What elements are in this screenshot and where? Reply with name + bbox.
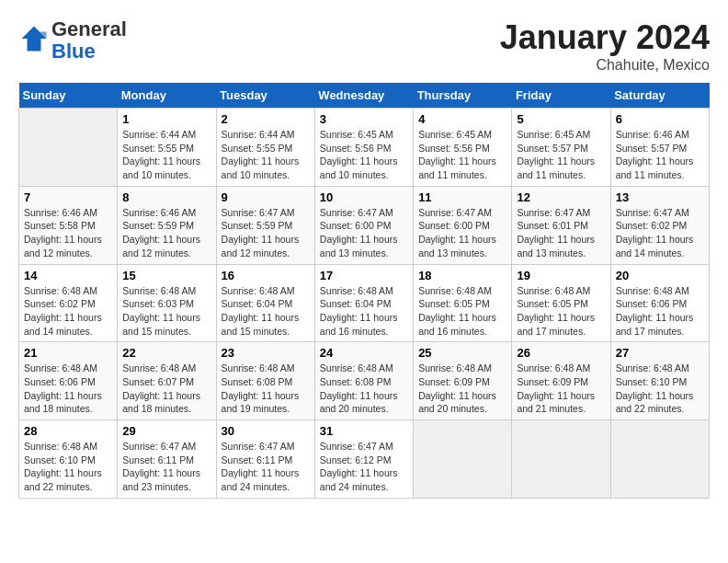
- day-number: 11: [418, 190, 506, 204]
- day-info: Sunrise: 6:44 AMSunset: 5:55 PMDaylight:…: [222, 128, 310, 182]
- day-info: Sunrise: 6:48 AMSunset: 6:05 PMDaylight:…: [418, 284, 506, 339]
- day-number: 4: [418, 112, 506, 126]
- day-info: Sunrise: 6:48 AMSunset: 6:10 PMDaylight:…: [24, 440, 112, 494]
- day-number: 19: [517, 269, 605, 282]
- day-info: Sunrise: 6:48 AMSunset: 6:09 PMDaylight:…: [418, 362, 506, 416]
- day-cell: 11Sunrise: 6:47 AMSunset: 6:00 PMDayligh…: [414, 186, 512, 264]
- weekday-header-monday: Monday: [118, 83, 216, 109]
- day-cell: 8Sunrise: 6:46 AMSunset: 5:59 PMDaylight…: [118, 186, 216, 264]
- day-info: Sunrise: 6:48 AMSunset: 6:05 PMDaylight:…: [517, 284, 605, 339]
- day-info: Sunrise: 6:48 AMSunset: 6:06 PMDaylight:…: [24, 362, 112, 416]
- day-number: 8: [122, 190, 210, 204]
- day-cell: 18Sunrise: 6:48 AMSunset: 6:05 PMDayligh…: [414, 264, 512, 342]
- day-cell: 15Sunrise: 6:48 AMSunset: 6:03 PMDayligh…: [118, 264, 216, 342]
- day-number: 7: [24, 190, 112, 204]
- day-number: 26: [517, 346, 605, 360]
- day-cell: 1Sunrise: 6:44 AMSunset: 5:55 PMDaylight…: [118, 109, 216, 187]
- day-cell: 29Sunrise: 6:47 AMSunset: 6:11 PMDayligh…: [118, 420, 216, 499]
- day-info: Sunrise: 6:47 AMSunset: 6:12 PMDaylight:…: [320, 440, 408, 494]
- day-info: Sunrise: 6:48 AMSunset: 6:03 PMDaylight:…: [122, 284, 210, 339]
- day-number: 14: [24, 269, 112, 282]
- day-cell: 28Sunrise: 6:48 AMSunset: 6:10 PMDayligh…: [19, 420, 118, 499]
- day-number: 18: [418, 269, 506, 282]
- day-info: Sunrise: 6:48 AMSunset: 6:08 PMDaylight:…: [320, 362, 408, 416]
- day-cell: [610, 420, 709, 499]
- day-cell: 17Sunrise: 6:48 AMSunset: 6:04 PMDayligh…: [314, 264, 413, 342]
- weekday-header-row: SundayMondayTuesdayWednesdayThursdayFrid…: [19, 83, 710, 109]
- day-info: Sunrise: 6:45 AMSunset: 5:57 PMDaylight:…: [517, 128, 605, 182]
- day-info: Sunrise: 6:48 AMSunset: 6:02 PMDaylight:…: [24, 284, 112, 339]
- day-info: Sunrise: 6:48 AMSunset: 6:04 PMDaylight:…: [222, 284, 310, 339]
- location-subtitle: Chahuite, Mexico: [500, 57, 710, 74]
- day-number: 23: [222, 346, 310, 360]
- day-cell: 5Sunrise: 6:45 AMSunset: 5:57 PMDaylight…: [512, 109, 610, 187]
- day-number: 16: [222, 269, 310, 282]
- day-number: 27: [616, 346, 704, 360]
- day-info: Sunrise: 6:47 AMSunset: 5:59 PMDaylight:…: [222, 206, 310, 260]
- day-cell: 14Sunrise: 6:48 AMSunset: 6:02 PMDayligh…: [19, 264, 118, 342]
- week-row-5: 28Sunrise: 6:48 AMSunset: 6:10 PMDayligh…: [19, 420, 710, 499]
- weekday-header-sunday: Sunday: [19, 83, 118, 109]
- day-info: Sunrise: 6:45 AMSunset: 5:56 PMDaylight:…: [418, 128, 506, 182]
- day-info: Sunrise: 6:45 AMSunset: 5:56 PMDaylight:…: [320, 128, 408, 182]
- day-number: 24: [320, 346, 408, 360]
- weekday-header-wednesday: Wednesday: [314, 83, 413, 109]
- day-number: 30: [222, 424, 310, 438]
- day-cell: [19, 109, 118, 187]
- weekday-header-saturday: Saturday: [610, 83, 709, 109]
- logo-icon: [20, 25, 48, 52]
- page-header: General Blue January 2024 Chahuite, Mexi…: [18, 18, 710, 74]
- day-cell: 26Sunrise: 6:48 AMSunset: 6:09 PMDayligh…: [512, 342, 610, 420]
- day-cell: 20Sunrise: 6:48 AMSunset: 6:06 PMDayligh…: [610, 264, 709, 342]
- week-row-4: 21Sunrise: 6:48 AMSunset: 6:06 PMDayligh…: [19, 342, 710, 420]
- day-info: Sunrise: 6:48 AMSunset: 6:04 PMDaylight:…: [320, 284, 408, 339]
- day-info: Sunrise: 6:46 AMSunset: 5:57 PMDaylight:…: [616, 128, 704, 182]
- day-number: 21: [24, 346, 112, 360]
- day-cell: [512, 420, 610, 499]
- week-row-1: 1Sunrise: 6:44 AMSunset: 5:55 PMDaylight…: [19, 109, 710, 187]
- day-cell: 16Sunrise: 6:48 AMSunset: 6:04 PMDayligh…: [216, 264, 314, 342]
- day-cell: 10Sunrise: 6:47 AMSunset: 6:00 PMDayligh…: [314, 186, 413, 264]
- logo-blue-text: Blue: [51, 40, 96, 63]
- day-info: Sunrise: 6:48 AMSunset: 6:10 PMDaylight:…: [616, 362, 704, 416]
- day-info: Sunrise: 6:48 AMSunset: 6:07 PMDaylight:…: [122, 362, 210, 416]
- day-number: 28: [24, 424, 112, 438]
- day-cell: 3Sunrise: 6:45 AMSunset: 5:56 PMDaylight…: [314, 109, 413, 187]
- day-cell: 22Sunrise: 6:48 AMSunset: 6:07 PMDayligh…: [118, 342, 216, 420]
- day-cell: 24Sunrise: 6:48 AMSunset: 6:08 PMDayligh…: [314, 342, 413, 420]
- day-number: 15: [122, 269, 210, 282]
- logo-general-text: General: [51, 17, 127, 40]
- day-cell: 12Sunrise: 6:47 AMSunset: 6:01 PMDayligh…: [512, 186, 610, 264]
- day-cell: 7Sunrise: 6:46 AMSunset: 5:58 PMDaylight…: [19, 186, 118, 264]
- day-info: Sunrise: 6:47 AMSunset: 6:00 PMDaylight:…: [418, 206, 506, 260]
- day-cell: 6Sunrise: 6:46 AMSunset: 5:57 PMDaylight…: [610, 109, 709, 187]
- day-cell: 13Sunrise: 6:47 AMSunset: 6:02 PMDayligh…: [610, 186, 709, 264]
- weekday-header-friday: Friday: [512, 83, 610, 109]
- day-number: 9: [222, 190, 310, 204]
- day-info: Sunrise: 6:48 AMSunset: 6:09 PMDaylight:…: [517, 362, 605, 416]
- day-cell: 19Sunrise: 6:48 AMSunset: 6:05 PMDayligh…: [512, 264, 610, 342]
- day-info: Sunrise: 6:46 AMSunset: 5:58 PMDaylight:…: [24, 206, 112, 260]
- week-row-2: 7Sunrise: 6:46 AMSunset: 5:58 PMDaylight…: [19, 186, 710, 264]
- month-title: January 2024: [500, 18, 710, 57]
- day-cell: 31Sunrise: 6:47 AMSunset: 6:12 PMDayligh…: [314, 420, 413, 499]
- day-cell: [414, 420, 512, 499]
- day-number: 3: [320, 112, 408, 126]
- day-number: 13: [616, 190, 704, 204]
- day-number: 1: [122, 112, 210, 126]
- day-number: 20: [616, 269, 704, 282]
- weekday-header-tuesday: Tuesday: [216, 83, 314, 109]
- day-number: 31: [320, 424, 408, 438]
- day-cell: 2Sunrise: 6:44 AMSunset: 5:55 PMDaylight…: [216, 109, 314, 187]
- calendar-table: SundayMondayTuesdayWednesdayThursdayFrid…: [18, 83, 710, 499]
- day-number: 2: [222, 112, 310, 126]
- day-info: Sunrise: 6:46 AMSunset: 5:59 PMDaylight:…: [122, 206, 210, 260]
- day-cell: 25Sunrise: 6:48 AMSunset: 6:09 PMDayligh…: [414, 342, 512, 420]
- weekday-header-thursday: Thursday: [414, 83, 512, 109]
- svg-marker-0: [22, 27, 47, 52]
- day-number: 17: [320, 269, 408, 282]
- day-number: 25: [418, 346, 506, 360]
- day-info: Sunrise: 6:47 AMSunset: 6:02 PMDaylight:…: [616, 206, 704, 260]
- day-number: 22: [122, 346, 210, 360]
- day-number: 12: [517, 190, 605, 204]
